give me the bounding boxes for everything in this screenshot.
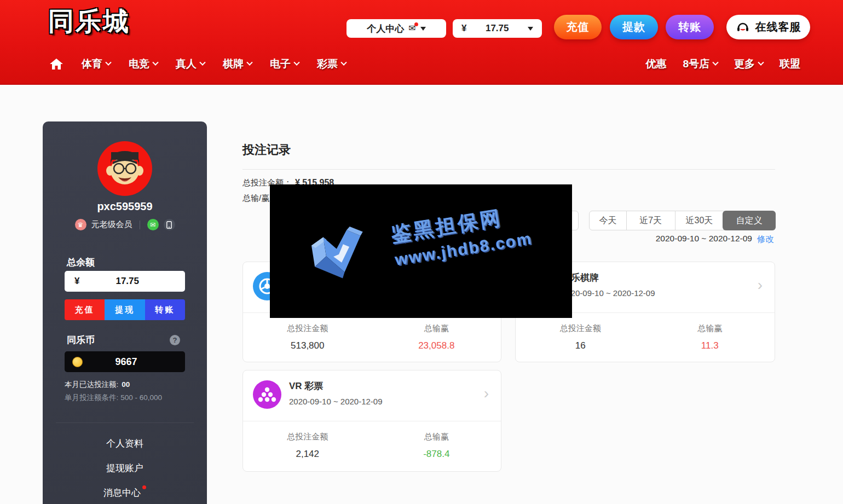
sidebar-item-withdraw-account[interactable]: 提现账户 (43, 462, 207, 474)
nav-shop8[interactable]: 8号店 (683, 57, 718, 71)
chevron-down-icon (246, 60, 252, 66)
mail-icon: ✉ (408, 24, 415, 33)
nav-affiliate[interactable]: 联盟 (780, 57, 800, 71)
member-level: 元老级会员 (91, 219, 132, 230)
filter-today[interactable]: 今天 (590, 211, 626, 230)
watermark-overlay: 鉴黑担保网 www.jhdb8.com (270, 184, 572, 318)
balance-amount: 17.75 (486, 23, 509, 34)
nav-esports[interactable]: 电竞 (129, 57, 158, 71)
date-range: 2020-09-10 ~ 2020-12-09 (656, 234, 752, 245)
transfer-button[interactable]: 转账 (145, 299, 185, 320)
nav-live[interactable]: 真人 (176, 57, 205, 71)
stat-winloss-label: 总输赢 (645, 323, 775, 334)
stat-bet-label: 总投注金额 (516, 323, 645, 334)
chevron-right-icon: › (484, 385, 489, 402)
nav-lottery[interactable]: 彩票 (317, 57, 346, 71)
phone-icon[interactable] (164, 219, 175, 230)
coin-icon (72, 357, 83, 367)
secondary-nav: 优惠 8号店 更多 联盟 (645, 53, 800, 76)
sidebar-item-profile[interactable]: 个人资料 (43, 437, 207, 450)
card-date-range: 2020-09-10 ~ 2020-12-09 (562, 288, 655, 298)
divider (56, 422, 194, 423)
header: 同乐城 个人中心 ✉ ¥ 17.75 充值 提款 转账 在线客服 (0, 0, 843, 85)
nav-promo[interactable]: 优惠 (645, 57, 666, 71)
date-filter-group: 今天 近7天 近30天 自定义 (589, 211, 776, 230)
avatar (97, 141, 152, 196)
stat-bet-value: 16 (516, 340, 645, 351)
filter-7days[interactable]: 近7天 (626, 211, 675, 230)
crown-icon: ♛ (75, 219, 86, 230)
divider (140, 221, 140, 229)
coin-label: 同乐币 (67, 334, 95, 346)
nav-home[interactable] (49, 57, 63, 71)
filter-30days[interactable]: 近30天 (675, 211, 724, 230)
date-range-row: 2020-09-10 ~ 2020-12-09 修改 (656, 234, 774, 245)
nav-chess[interactable]: 棋牌 (223, 57, 252, 71)
divider (242, 169, 775, 170)
chevron-down-icon (199, 60, 205, 66)
transfer-button[interactable]: 转账 (666, 15, 714, 39)
deposit-button[interactable]: 充值 (554, 15, 602, 39)
lottery-balls-icon (253, 380, 281, 409)
card-header: VR 彩票 2020-09-10 ~ 2020-12-09 › (243, 370, 501, 421)
main-nav: 体育 电竞 真人 棋牌 电子 彩票 (49, 53, 346, 76)
stat-winloss-label: 总输赢 (372, 323, 501, 334)
total-balance-label: 总余额 (67, 256, 95, 269)
stat-bet-label: 总投注金额 (243, 432, 372, 442)
chevron-down-icon (712, 60, 718, 66)
card-title: VR 彩票 (289, 381, 323, 391)
chevron-down-icon (293, 60, 299, 66)
home-icon (49, 57, 63, 71)
chevron-down-icon (420, 27, 426, 31)
withdraw-button[interactable]: 提现 (105, 299, 145, 320)
chevron-down-icon (758, 60, 764, 66)
online-service-button[interactable]: 在线客服 (726, 15, 810, 39)
stat-winloss-value: -878.4 (372, 449, 501, 460)
monthly-bet-value: 00 (122, 380, 130, 389)
notification-dot (142, 485, 146, 489)
bet-record-card-vr-lottery[interactable]: VR 彩票 2020-09-10 ~ 2020-12-09 › 总投注金额 2,… (242, 370, 501, 472)
balance-dropdown[interactable]: ¥ 17.75 (453, 19, 542, 38)
page-title: 投注记录 (242, 140, 775, 158)
monthly-bet-line: 本月已达投注额:00 (65, 380, 130, 390)
page: 同乐城 个人中心 ✉ ¥ 17.75 充值 提款 转账 在线客服 (0, 0, 843, 504)
sidebar: pxc595959 ♛ 元老级会员 ✉ 总余额 ¥ 17.75 充值 提现 转账… (43, 121, 207, 504)
nav-more[interactable]: 更多 (734, 57, 763, 71)
monthly-req-value: 500 - 60,000 (120, 393, 162, 402)
user-badges: ♛ 元老级会员 ✉ (43, 219, 207, 230)
modify-link[interactable]: 修改 (757, 234, 774, 245)
sidebar-item-message-center[interactable]: 消息中心 (43, 486, 207, 499)
site-logo[interactable]: 同乐城 (48, 4, 130, 39)
user-center-label: 个人中心 (367, 22, 404, 35)
watermark-logo (302, 214, 384, 292)
username: pxc595959 (43, 200, 207, 213)
help-icon[interactable]: ? (170, 335, 180, 345)
chevron-right-icon: › (758, 276, 763, 294)
stat-bet-value: 2,142 (243, 449, 372, 460)
chevron-down-icon (528, 27, 533, 31)
chevron-down-icon (105, 60, 111, 66)
filter-custom[interactable]: 自定义 (723, 211, 776, 230)
nav-slots[interactable]: 电子 (270, 57, 299, 71)
stat-bet-value: 513,800 (243, 340, 372, 351)
online-service-label: 在线客服 (755, 20, 801, 34)
sidebar-balance-amount: 17.75 (79, 276, 175, 287)
headset-icon (736, 20, 750, 34)
stat-bet-label: 总投注金额 (243, 323, 372, 334)
coin-amount: 9667 (83, 356, 177, 368)
nav-sports[interactable]: 体育 (82, 57, 111, 71)
user-center-dropdown[interactable]: 个人中心 ✉ (347, 19, 446, 38)
currency-symbol: ¥ (461, 23, 466, 34)
deposit-button[interactable]: 充值 (65, 299, 105, 320)
stat-winloss-value: 11.3 (645, 340, 775, 351)
email-verified-icon[interactable]: ✉ (147, 219, 159, 230)
wallet-actions: 充值 提现 转账 (65, 299, 185, 320)
coin-box: 9667 (65, 351, 185, 372)
monthly-req-line: 单月投注额条件:500 - 60,000 (65, 393, 162, 403)
stat-winloss-value: 23,058.8 (372, 340, 501, 351)
withdraw-button[interactable]: 提款 (610, 15, 658, 39)
currency-symbol: ¥ (74, 276, 79, 287)
chevron-down-icon (152, 60, 158, 66)
chevron-down-icon (340, 60, 347, 66)
stat-winloss-label: 总输赢 (372, 432, 501, 442)
